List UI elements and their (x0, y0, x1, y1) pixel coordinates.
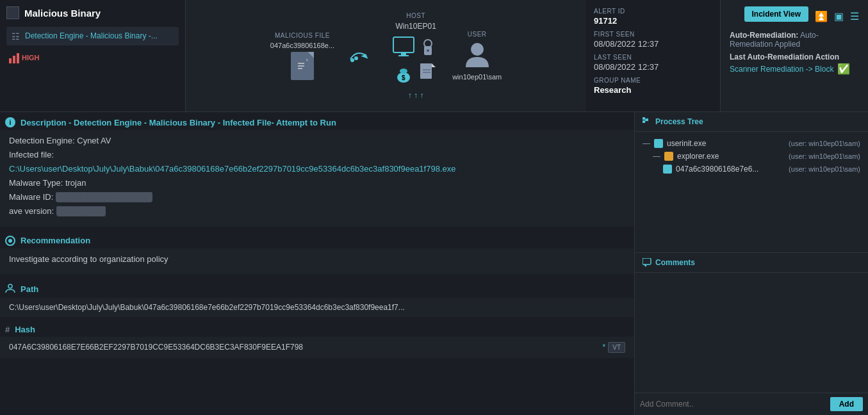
first-seen-field: FIRST SEEN 08/08/2022 12:37 (594, 31, 712, 49)
process-tree-header: Process Tree (635, 112, 868, 132)
nav-item[interactable]: ☷ Detection Engine - Malicious Binary -.… (6, 27, 179, 45)
malicious-exe-icon (663, 165, 672, 174)
svg-marker-18 (432, 63, 436, 67)
incident-view-button[interactable]: Incident View (744, 6, 808, 22)
path-section: Path C:\Users\user\Desktop\July\July\Bab… (0, 278, 634, 317)
detection-engine-label: Detection Engine: (9, 136, 75, 145)
infected-file-row: Infected file: (9, 148, 625, 162)
malware-type-label: Malware Type: (9, 178, 63, 188)
process-tree-content: — userinit.exe (user: win10ep01\sam) — e… (635, 132, 868, 252)
vt-badge[interactable]: VT (608, 342, 625, 353)
dollar-bag-icon: $ (392, 62, 415, 87)
top-right-wrapper: ALERT ID 91712 FIRST SEEN 08/08/2022 12:… (586, 0, 868, 111)
chain-icon (416, 36, 439, 61)
infected-file-path: C:\Users\user\Desktop\July\July\Babuk\04… (9, 162, 625, 176)
process-row-explorer: — explorer.exe (user: win10ep01\sam) (643, 150, 860, 163)
nav-item-label: Detection Engine - Malicious Binary -... (25, 31, 158, 42)
top-left-panel: Malicious Binary ☷ Detection Engine - Ma… (0, 0, 186, 111)
group-name-field: GROUP NAME Research (594, 77, 712, 95)
arrow-connector (347, 46, 379, 65)
monitor-icon (392, 36, 415, 61)
nav-doc-icon: ☷ (12, 31, 20, 42)
main-content: i Description - Detection Engine - Malic… (0, 112, 868, 415)
user-avatar-icon (464, 40, 490, 70)
malicious-exe-user: (user: win10ep01\sam) (789, 165, 860, 173)
svg-rect-17 (420, 63, 432, 79)
process-tree-icon (643, 117, 651, 126)
dash-2: — (653, 152, 660, 161)
svg-rect-30 (664, 166, 671, 172)
arrows-bottom: ↑ ↑ ↑ (408, 91, 424, 100)
ave-version-redacted: ████████ (56, 206, 106, 216)
severity-row: HIGH (6, 52, 179, 63)
last-action-row: Last Auto-Remediation Action Scanner Rem… (730, 53, 859, 75)
title-row: Malicious Binary (6, 6, 179, 19)
description-header: Description - Detection Engine - Malicio… (15, 118, 336, 127)
svg-rect-10 (398, 55, 409, 56)
waveform-icon[interactable]: ⏫ (815, 10, 828, 22)
comments-label: Comments (655, 258, 695, 267)
hash-header: Hash (15, 325, 35, 334)
host-node: HOST Win10EP01 (392, 12, 439, 100)
hash-icon: # (5, 325, 10, 334)
description-section: i Description - Detection Engine - Malic… (0, 112, 634, 227)
svg-marker-1 (306, 58, 309, 61)
info-icon: i (5, 117, 15, 127)
userinit-user: (user: win10ep01\sam) (789, 140, 860, 147)
svg-line-26 (645, 118, 646, 120)
process-row-userinit: — userinit.exe (user: win10ep01\sam) (643, 137, 860, 150)
last-action-label: Last Auto-Remediation Action (730, 53, 859, 61)
svg-point-13 (427, 49, 429, 52)
last-seen-label: LAST SEEN (594, 54, 712, 61)
malware-id-label: Malware ID: (9, 192, 53, 202)
add-comment-button[interactable]: Add (830, 397, 863, 411)
severity-bar-icon (9, 52, 19, 63)
hash-section: # Hash 047A6C39806168E7E66B2EF2297B7019C… (0, 320, 634, 358)
title-icon (6, 6, 19, 19)
alert-id-label: ALERT ID (594, 8, 712, 15)
hash-value-text: 047A6C39806168E7E66B2EF2297B7019CC9E5336… (9, 343, 303, 352)
copy-hash-icon[interactable]: * (603, 343, 606, 352)
svg-point-6 (350, 58, 354, 62)
clipboard-icon[interactable]: ▣ (834, 10, 844, 22)
first-seen-label: FIRST SEEN (594, 31, 712, 38)
malware-type-row: Malware Type: trojan (9, 176, 625, 190)
path-value: C:\Users\user\Desktop\July\July\Babuk\04… (0, 298, 634, 317)
svg-point-16 (400, 69, 407, 74)
malware-type-value: trojan (65, 178, 86, 188)
path-user-icon (5, 283, 15, 295)
svg-rect-24 (643, 120, 645, 123)
svg-rect-28 (655, 140, 662, 147)
first-seen-value: 08/08/2022 12:37 (594, 39, 712, 49)
comments-icon (643, 258, 651, 267)
recommendation-header: Recommendation (15, 236, 90, 245)
userinit-icon (654, 139, 663, 148)
svg-rect-9 (401, 53, 406, 55)
comment-input[interactable] (640, 400, 826, 409)
list-icon[interactable]: ☰ (850, 10, 859, 22)
viz-container: MALICIOUS FILE 047a6c39806168e... (270, 12, 502, 100)
svg-point-21 (471, 43, 484, 56)
description-content: Detection Engine: Cynet AV Infected file… (0, 130, 634, 227)
infected-file-label: Infected file: (9, 150, 54, 159)
doc-icon (416, 62, 439, 87)
process-tree-label: Process Tree (655, 117, 703, 126)
svg-line-27 (645, 120, 646, 122)
user-label: USER (468, 31, 487, 38)
malicious-file-label: MALICIOUS FILE (275, 32, 330, 39)
svg-rect-25 (646, 118, 648, 121)
process-row-malicious: 047a6c39806168e7e6... (user: win10ep01\s… (643, 163, 860, 175)
svg-marker-32 (644, 264, 647, 267)
dash-1: — (643, 139, 650, 148)
scanner-remediation-link[interactable]: Scanner Remediation -> Block (730, 65, 833, 74)
detection-engine-row: Detection Engine: Cynet AV (9, 134, 625, 148)
recommendation-icon (5, 236, 15, 246)
svg-rect-29 (666, 153, 672, 159)
comments-area (635, 273, 868, 393)
group-name-value: Research (594, 85, 712, 95)
check-circle-icon: ✅ (837, 63, 850, 75)
malware-id-redacted: ████████████████ (56, 192, 152, 202)
comments-header: Comments (635, 252, 868, 273)
right-panel: Process Tree — userinit.exe (user: win10… (634, 112, 868, 415)
malicious-file-name: 047a6c39806168e... (270, 42, 334, 49)
